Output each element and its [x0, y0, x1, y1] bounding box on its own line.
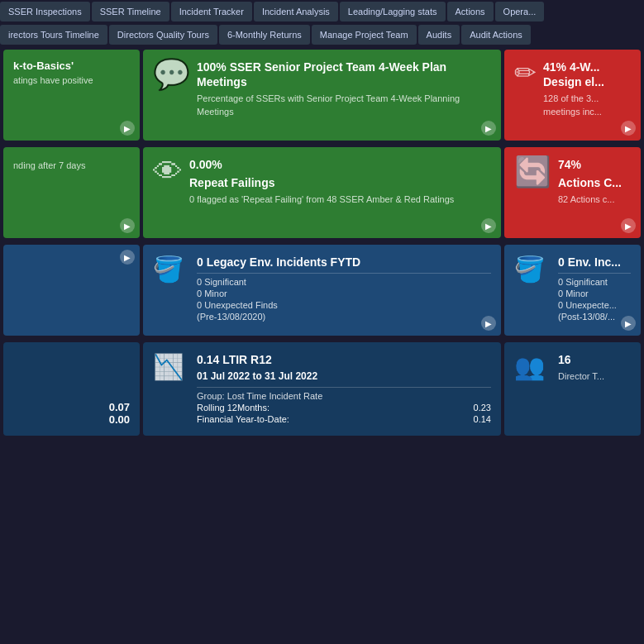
card-sser-text: 100% SSER Senior Project Team 4-Week Pla…: [197, 60, 491, 118]
card-ltir-center[interactable]: 📉 0.14 LTIR R12 01 Jul 2022 to 31 Jul 20…: [143, 342, 501, 436]
chevron-right-icon-6[interactable]: ▶: [621, 218, 636, 233]
card-74pct-actions[interactable]: 🔄 74% Actions C... 82 Actions c... ▶: [504, 147, 641, 238]
chevron-right-icon-5[interactable]: ▶: [481, 218, 496, 233]
card-ltir-left[interactable]: 0.07 0.00: [3, 342, 140, 436]
card-16-text: 16 Director T...: [558, 352, 631, 384]
card-ltir-rolling-val: 0.23: [474, 403, 491, 413]
nav-audit-actions[interactable]: Audit Actions: [461, 25, 531, 45]
card-legacy-center[interactable]: 🪣 0 Legacy Env. Incidents FYTD 0 Signifi…: [143, 245, 501, 336]
card-env-stat2: 0 Minor: [558, 289, 631, 298]
card-pending[interactable]: nding after 7 days ▶: [3, 147, 140, 238]
nav-incident-tracker[interactable]: Incident Tracker: [171, 2, 252, 21]
card-legacy-title: 0 Legacy Env. Incidents FYTD: [197, 255, 491, 270]
card-ltir-fytd-val: 0.14: [474, 414, 491, 424]
card-ltir-fytd-label: Financial Year-to-Date:: [197, 414, 289, 424]
card-ltir-left-vals: 0.07 0.00: [13, 401, 130, 426]
card-env-stat1: 0 Significant: [558, 277, 631, 287]
people-icon: 👥: [514, 352, 545, 381]
card-legacy-stat2: 0 Minor: [197, 289, 491, 298]
chart-icon: 📉: [153, 352, 184, 381]
nav-6-monthly-returns[interactable]: 6-Monthly Returns: [219, 25, 310, 45]
nav-sser-timeline[interactable]: SSER Timeline: [92, 2, 169, 21]
nav-opera[interactable]: Opera...: [495, 2, 545, 21]
ltir-val1: 0.07: [13, 401, 130, 413]
nav-directors-quality-tours[interactable]: Directors Quality Tours: [109, 25, 217, 45]
chevron-right-icon-8[interactable]: ▶: [481, 316, 496, 331]
card-ltir-rolling-row: Rolling 12Months: 0.23: [197, 403, 491, 413]
nav-sser-inspections[interactable]: SSER Inspections: [0, 2, 90, 21]
card-ltir-subtitle: 01 Jul 2022 to 31 Jul 2022: [197, 370, 491, 384]
chat-icon: 💬: [153, 60, 190, 89]
eye-icon: 👁: [153, 157, 183, 187]
card-back-to-basics[interactable]: k-to-Basics' atings have positive ▶: [3, 50, 140, 141]
design-icon: ✏: [514, 60, 537, 86]
card-back-basics-title: k-to-Basics': [13, 60, 130, 72]
nav-directors-tours-timeline[interactable]: irectors Tours Timeline: [0, 25, 107, 45]
refresh-icon: 🔄: [514, 157, 551, 187]
card-pending-sub: nding after 7 days: [13, 160, 130, 170]
card-ltir-text: 0.14 LTIR R12 01 Jul 2022 to 31 Jul 2022…: [197, 352, 491, 426]
card-ltir-group: Group: Lost Time Incident Rate: [197, 391, 491, 401]
chevron-right-icon-7[interactable]: ▶: [120, 250, 135, 265]
chevron-right-icon-9[interactable]: ▶: [621, 316, 636, 331]
card-ltir-title: 0.14 LTIR R12: [197, 352, 491, 367]
card-sser-desc: Percentage of SSERs with Senior Project …: [197, 93, 491, 118]
card-row-1: k-to-Basics' atings have positive ▶ 💬 10…: [0, 46, 644, 144]
ltir-val2: 0.00: [13, 413, 130, 426]
card-env-right[interactable]: 🪣 0 Env. Inc... 0 Significant 0 Minor 0 …: [504, 245, 641, 336]
card-41pct[interactable]: ✏ 41% 4-W... Design el... 128 of the 3..…: [504, 50, 641, 141]
card-16-title: 16: [558, 352, 631, 367]
card-env-stat4: (Post-13/08/...: [558, 312, 631, 322]
card-ltir-fytd-row: Financial Year-to-Date: 0.14: [197, 414, 491, 424]
card-ltir-rolling-label: Rolling 12Months:: [197, 403, 270, 413]
card-legacy-stat1: 0 Significant: [197, 277, 491, 287]
card-74pct-pct: 74%: [558, 157, 631, 172]
card-row-2: nding after 7 days ▶ 👁 0.00% Repeat Fail…: [0, 144, 644, 241]
card-row-4: 0.07 0.00 📉 0.14 LTIR R12 01 Jul 2022 to…: [0, 339, 644, 439]
nav-leading-lagging[interactable]: Leading/Lagging stats: [340, 2, 446, 21]
bucket-icon-2: 🪣: [514, 255, 545, 284]
card-env-text: 0 Env. Inc... 0 Significant 0 Minor 0 Un…: [558, 255, 631, 323]
divider-2: [558, 273, 631, 274]
card-legacy-text: 0 Legacy Env. Incidents FYTD 0 Significa…: [197, 255, 491, 323]
card-74pct-desc: 82 Actions c...: [558, 193, 631, 206]
card-16-director[interactable]: 👥 16 Director T...: [504, 342, 641, 436]
nav-actions[interactable]: Actions: [447, 2, 494, 21]
nav-audits[interactable]: Audits: [418, 25, 460, 45]
nav-incident-analysis[interactable]: Incident Analysis: [254, 2, 338, 21]
card-back-basics-sub: atings have positive: [13, 75, 130, 85]
divider-3: [197, 387, 491, 388]
chevron-right-icon-4[interactable]: ▶: [120, 218, 135, 233]
card-repeat-pct: 0.00%: [189, 157, 491, 172]
card-repeat-title: Repeat Failings: [189, 175, 491, 190]
chevron-right-icon-2[interactable]: ▶: [481, 121, 496, 136]
card-env-stat3: 0 Unexpecte...: [558, 300, 631, 310]
card-repeat-desc: 0 flagged as 'Repeat Failing' from 48 SS…: [189, 193, 491, 206]
card-sser-title: 100% SSER Senior Project Team 4-Week Pla…: [197, 60, 491, 89]
card-repeat-failings[interactable]: 👁 0.00% Repeat Failings 0 flagged as 'Re…: [143, 147, 501, 238]
card-74pct-text: 74% Actions C... 82 Actions c...: [558, 157, 631, 207]
nav-row-1: SSER Inspections SSER Timeline Incident …: [0, 0, 644, 23]
card-16-sub: Director T...: [558, 370, 631, 383]
nav-manage-project-team[interactable]: Manage Project Team: [312, 25, 417, 45]
card-41pct-text: 41% 4-W... Design el... 128 of the 3... …: [543, 60, 631, 118]
card-41pct-title: 41% 4-W... Design el...: [543, 60, 631, 89]
card-row-3: ▶ 🪣 0 Legacy Env. Incidents FYTD 0 Signi…: [0, 241, 644, 339]
card-repeat-text: 0.00% Repeat Failings 0 flagged as 'Repe…: [189, 157, 491, 207]
chevron-right-icon-3[interactable]: ▶: [621, 121, 636, 136]
nav-row-2: irectors Tours Timeline Directors Qualit…: [0, 23, 644, 46]
card-41pct-desc: 128 of the 3... meetings inc...: [543, 93, 631, 118]
card-env-title: 0 Env. Inc...: [558, 255, 631, 270]
card-legacy-left[interactable]: ▶: [3, 245, 140, 336]
bucket-icon: 🪣: [153, 255, 184, 284]
divider-1: [197, 273, 491, 274]
card-legacy-stat3: 0 Unexpected Finds: [197, 300, 491, 310]
card-legacy-stat4: (Pre-13/08/2020): [197, 312, 491, 322]
chevron-right-icon[interactable]: ▶: [120, 121, 135, 136]
card-sser-meetings[interactable]: 💬 100% SSER Senior Project Team 4-Week P…: [143, 50, 501, 141]
card-74pct-title: Actions C...: [558, 175, 631, 190]
